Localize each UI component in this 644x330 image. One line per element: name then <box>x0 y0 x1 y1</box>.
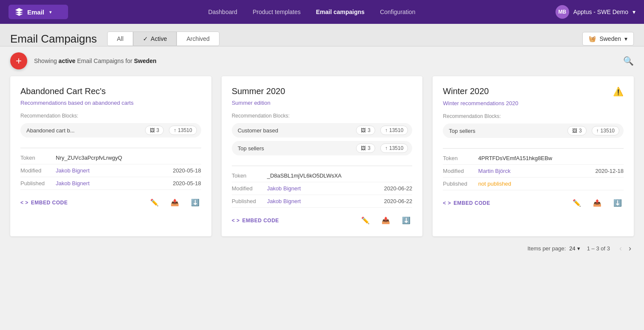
pagination-navigation: ‹ › <box>617 243 634 254</box>
page-title: Email Campaigns <box>10 32 97 46</box>
card-title-2: Summer 2020 <box>232 86 285 96</box>
rec-block-image-badge-2-1: 🖼 3 <box>356 143 375 153</box>
rec-blocks-label-1: Recommendation Blocks: <box>20 113 201 119</box>
embed-code-button-3[interactable]: < > EMBED CODE <box>443 200 490 206</box>
rec-block-image-badge-3-0: 🖼 3 <box>567 126 587 135</box>
card-actions-1: < > EMBED CODE ✏️ 📤 ⬇️ <box>20 197 201 208</box>
code-icon-3: < > <box>443 200 451 206</box>
code-icon-1: < > <box>20 200 28 206</box>
upload-icon: ↑ <box>385 127 388 133</box>
image-icon: 🖼 <box>150 127 155 133</box>
region-selector[interactable]: 🧺 Sweden ▾ <box>582 32 634 46</box>
edit-button-1[interactable]: ✏️ <box>148 197 160 208</box>
tab-active[interactable]: ✓ Active <box>133 32 177 46</box>
published-user-1[interactable]: Jakob Bignert <box>56 180 90 187</box>
rec-blocks-label-3: Recommendation Blocks: <box>443 113 624 119</box>
code-icon-2: < > <box>232 218 240 224</box>
user-menu[interactable]: MB Apptus - SWE Demo ▾ <box>556 5 635 19</box>
not-published-badge: not published <box>478 181 511 187</box>
warning-icon: ⚠️ <box>613 86 624 97</box>
modified-user-2[interactable]: Jakob Bignert <box>267 185 301 192</box>
modified-date-3: 2020-12-18 <box>595 168 624 174</box>
image-icon: 🖼 <box>572 128 577 134</box>
nav-link-dashboard[interactable]: Dashboard <box>208 9 237 15</box>
nav-link-email-campaigns[interactable]: Email campaigns <box>316 9 365 15</box>
card-divider-2 <box>232 166 413 166</box>
card-title-3: Winter 2020 <box>443 86 489 96</box>
user-chevron-icon: ▾ <box>633 9 635 15</box>
edit-button-3[interactable]: ✏️ <box>571 197 583 209</box>
token-label-2: Token <box>232 172 264 179</box>
items-per-label: Items per page: <box>527 245 566 252</box>
pagination-next-button[interactable]: › <box>626 243 634 254</box>
download-button-2[interactable]: ⬇️ <box>400 215 412 226</box>
edit-button-2[interactable]: ✏️ <box>359 215 371 226</box>
region-chevron-icon: ▾ <box>624 35 627 42</box>
user-name: Apptus - SWE Demo <box>573 9 628 15</box>
rec-block-upload-badge-1-0: ↑ 13510 <box>169 126 197 135</box>
pagination-prev-button[interactable]: ‹ <box>617 243 624 254</box>
card-title-row-2: Summer 2020 <box>232 86 413 96</box>
modified-row-2: Modified Jakob Bignert 2020-06-22 <box>232 182 413 195</box>
main-content: + Showing active Email Campaigns for Swe… <box>0 46 644 264</box>
modified-date-2: 2020-06-22 <box>384 185 413 192</box>
image-icon: 🖼 <box>361 127 366 133</box>
items-per-select[interactable]: 24 ▾ <box>569 245 580 252</box>
rec-block-name-1-0: Abandoned cart b... <box>26 127 140 134</box>
rec-block-2-0: Customer based 🖼 3 ↑ 13510 <box>232 123 413 138</box>
items-per-chevron-icon: ▾ <box>577 245 580 252</box>
rec-block-image-badge-2-0: 🖼 3 <box>356 126 375 135</box>
pagination-range: 1 – 3 of 3 <box>587 245 610 252</box>
download-button-1[interactable]: ⬇️ <box>189 197 201 208</box>
modified-date-1: 2020-05-18 <box>173 167 201 174</box>
published-user-2[interactable]: Jakob Bignert <box>267 198 301 204</box>
checkmark-icon: ✓ <box>143 35 148 42</box>
page-header: Email Campaigns All ✓ Active Archived 🧺 … <box>0 24 644 46</box>
basket-icon: 🧺 <box>589 35 596 42</box>
modified-user-3[interactable]: Martin Björck <box>478 168 510 174</box>
token-label-1: Token <box>20 155 52 161</box>
card-actions-3: < > EMBED CODE ✏️ 📤 ⬇️ <box>443 197 624 209</box>
tab-archived[interactable]: Archived <box>177 32 219 46</box>
nav-links: Dashboard Product templates Email campai… <box>85 9 539 15</box>
campaigns-grid: Abandoned Cart Rec's Recommendations bas… <box>10 76 634 236</box>
token-row-1: Token Nry_ZUVc3aPcrpfvLrwgyQ <box>20 152 201 164</box>
export-button-2[interactable]: 📤 <box>380 215 392 226</box>
nav-link-product-templates[interactable]: Product templates <box>253 9 301 15</box>
upload-icon: ↑ <box>385 145 388 151</box>
published-row-3: Published not published <box>443 178 624 190</box>
campaign-card-2: Summer 2020 Summer edition Recommendatio… <box>222 76 423 236</box>
token-label-3: Token <box>443 155 475 161</box>
brand-menu[interactable]: Email ▾ <box>9 5 68 19</box>
rec-block-image-badge-1-0: 🖼 3 <box>145 126 164 135</box>
download-button-3[interactable]: ⬇️ <box>612 197 624 209</box>
rec-block-upload-badge-2-1: ↑ 13510 <box>380 143 408 153</box>
search-icon[interactable]: 🔍 <box>623 56 634 66</box>
rec-block-name-2-0: Customer based <box>238 127 351 134</box>
embed-code-button-2[interactable]: < > EMBED CODE <box>232 218 279 224</box>
nav-link-configuration[interactable]: Configuration <box>380 9 415 15</box>
region-label: Sweden <box>599 35 621 42</box>
card-divider-3 <box>443 148 624 149</box>
content-top-bar: + Showing active Email Campaigns for Swe… <box>10 46 634 76</box>
card-divider-1 <box>20 148 201 148</box>
modified-label-1: Modified <box>20 167 52 174</box>
showing-text: Showing active Email Campaigns for Swede… <box>34 57 157 64</box>
card-actions-2: < > EMBED CODE ✏️ 📤 ⬇️ <box>232 215 413 226</box>
export-button-1[interactable]: 📤 <box>169 197 181 208</box>
modified-row-3: Modified Martin Björck 2020-12-18 <box>443 165 624 178</box>
tab-all[interactable]: All <box>107 32 134 46</box>
card-title-row-3: Winter 2020 ⚠️ <box>443 86 624 97</box>
rec-block-3-0: Top sellers 🖼 3 ↑ 13510 <box>443 123 624 138</box>
published-date-1: 2020-05-18 <box>173 180 201 187</box>
card-subtitle-1: Recommendations based on abandoned carts <box>20 100 201 106</box>
modified-user-1[interactable]: Jakob Bignert <box>56 167 90 174</box>
rec-block-upload-badge-3-0: ↑ 13510 <box>592 126 619 135</box>
add-campaign-button[interactable]: + <box>10 52 27 69</box>
export-button-3[interactable]: 📤 <box>591 197 603 209</box>
embed-code-button-1[interactable]: < > EMBED CODE <box>20 200 68 206</box>
campaign-card-3: Winter 2020 ⚠️ Winter recommendations 20… <box>433 76 634 236</box>
modified-label-2: Modified <box>232 185 264 192</box>
card-title-1: Abandoned Cart Rec's <box>20 86 106 96</box>
image-icon: 🖼 <box>361 145 366 151</box>
